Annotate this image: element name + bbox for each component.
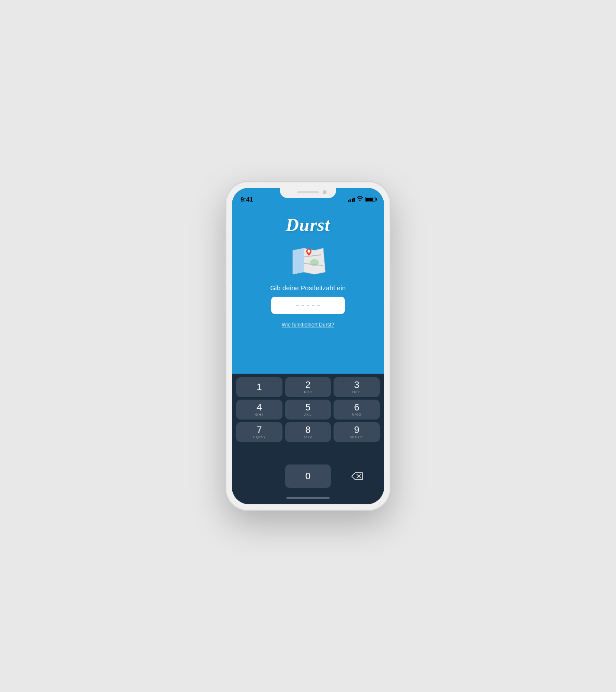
key-4[interactable]: 4 GHI [236,400,282,420]
key-1[interactable]: 1 [236,377,282,397]
map-illustration [289,244,327,276]
volume-down-button [224,289,226,311]
key-0[interactable]: 0 [285,465,331,488]
key-8[interactable]: 8 TUV [285,422,331,442]
notch [280,188,336,198]
home-indicator [232,491,384,504]
signal-icon [348,197,355,202]
status-icons [348,196,376,202]
keypad: 1 2 ABC 3 DEF 4 GHI [232,374,384,504]
bottom-spacer [236,465,282,488]
svg-point-3 [308,250,310,253]
front-camera [323,190,327,194]
phone-shell: 9:41 [226,182,390,510]
zip-placeholder [296,305,320,306]
keypad-grid: 1 2 ABC 3 DEF 4 GHI [232,374,384,465]
prompt-text: Gib deine Postleitzahl ein [270,284,346,292]
key-9[interactable]: 9 WXYZ [334,422,380,442]
delete-button[interactable] [334,465,380,488]
phone-mockup: 9:41 [226,182,390,510]
keypad-bottom-row: 0 [232,465,384,491]
how-it-works-link[interactable]: Wie funktioniert Durst? [282,322,334,328]
key-7[interactable]: 7 PQRS [236,422,282,442]
key-6[interactable]: 6 MNO [334,400,380,420]
screen: 9:41 [232,188,384,504]
volume-up-button [224,262,226,284]
speaker [297,191,319,193]
app-logo: Durst [286,215,330,235]
mute-button [224,242,226,256]
delete-icon [351,472,363,481]
wifi-icon [357,196,363,202]
power-button [390,266,392,301]
zip-input[interactable] [271,297,345,314]
key-3[interactable]: 3 DEF [334,377,380,397]
battery-icon [365,197,375,202]
app-header: Durst [232,188,384,374]
key-2[interactable]: 2 ABC [285,377,331,397]
key-5[interactable]: 5 JKL [285,400,331,420]
status-time: 9:41 [241,196,253,203]
